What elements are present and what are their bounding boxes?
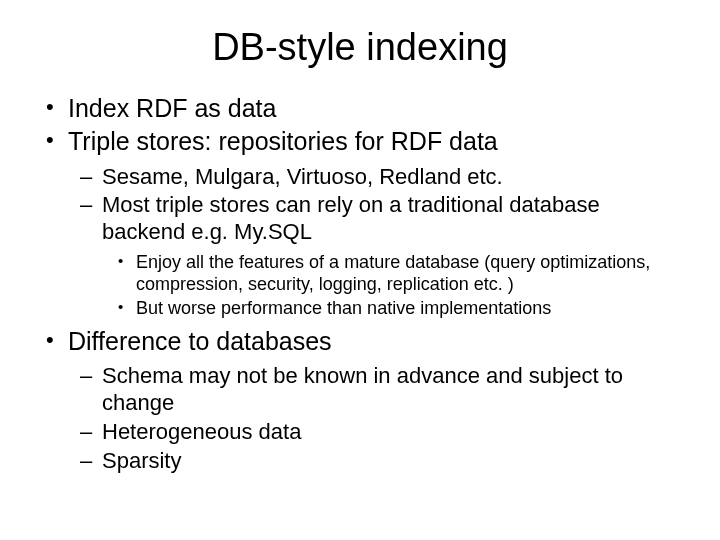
bullet-l1: Index RDF as data [40,93,680,124]
bullet-l2: Heterogeneous data [40,419,680,446]
slide-title: DB-style indexing [40,26,680,69]
bullet-l1: Triple stores: repositories for RDF data [40,126,680,157]
bullet-l1: Difference to databases [40,326,680,357]
bullet-l2: Most triple stores can rely on a traditi… [40,192,680,246]
bullet-l3: Enjoy all the features of a mature datab… [40,252,680,296]
slide: DB-style indexing Index RDF as data Trip… [0,0,720,540]
bullet-l2: Sesame, Mulgara, Virtuoso, Redland etc. [40,164,680,191]
bullet-list: Index RDF as data Triple stores: reposit… [40,93,680,474]
bullet-l2: Sparsity [40,448,680,475]
bullet-l2: Schema may not be known in advance and s… [40,363,680,417]
bullet-l3: But worse performance than native implem… [40,298,680,320]
